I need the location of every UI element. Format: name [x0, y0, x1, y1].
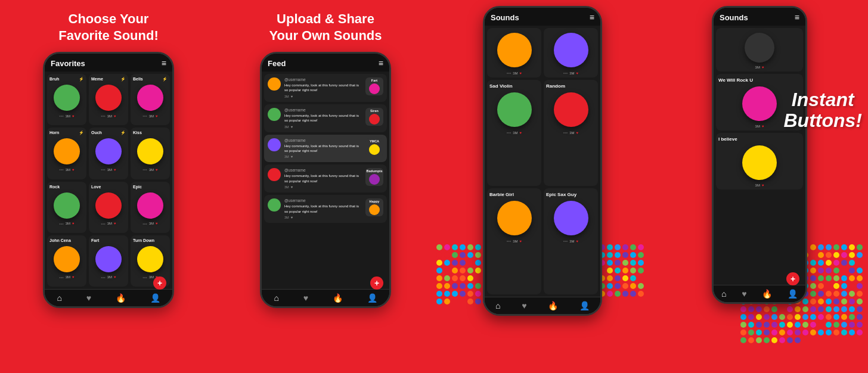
heart-top1[interactable]: ♥	[520, 72, 522, 75]
sound-btn-bells[interactable]	[137, 85, 163, 111]
heart-bruh[interactable]: ♥	[72, 114, 75, 118]
sound-btn-random[interactable]	[554, 92, 588, 127]
sound-btn-bruh[interactable]	[54, 85, 80, 111]
sound-btn-fart[interactable]	[95, 246, 122, 272]
feed-sound-btn-5[interactable]: Happy	[365, 198, 383, 216]
heart-love[interactable]: ♥	[114, 222, 116, 225]
sound-btn-epic[interactable]	[137, 192, 163, 219]
feed-sound-btn-4[interactable]: Badumpts	[365, 168, 383, 186]
sound-cell-random[interactable]: Random ••• 3M ♥	[544, 80, 598, 186]
filter-icon-4[interactable]: ≡	[795, 13, 799, 22]
sound-cell-horn[interactable]: Horn ⚡ ••• 3M ♥	[47, 128, 86, 179]
sound-cell-bells[interactable]: Bells ⚡ ••• 3M ♥	[131, 74, 170, 125]
heart-ouch[interactable]: ♥	[114, 168, 116, 172]
sound-cell-fart[interactable]: Fart ••• 3M ♥	[89, 235, 128, 287]
sound-cell-top2[interactable]: ••• 3M ♥	[544, 28, 598, 77]
feed-item-4: @username Hey community, look at this fu…	[264, 164, 387, 192]
nav-user-1[interactable]: 👤	[150, 293, 160, 303]
heart-bells[interactable]: ♥	[156, 114, 158, 118]
feed-sound-btn-3[interactable]: YMCA	[365, 138, 383, 156]
nav-fire-2[interactable]: 🔥	[333, 293, 343, 303]
heart-wewillrocku[interactable]: ♥	[762, 125, 764, 128]
feed-heart-1[interactable]: ♥	[291, 95, 293, 98]
sound-btn-wewillrocku[interactable]	[742, 86, 777, 121]
nav-fire-1[interactable]: 🔥	[116, 293, 126, 303]
heart-epic[interactable]: ♥	[156, 222, 158, 225]
sound-cell-ouch[interactable]: Ouch ⚡ ••• 3M ♥	[89, 128, 128, 179]
sound-btn-ouch[interactable]	[95, 138, 122, 164]
heart-rock[interactable]: ♥	[72, 222, 75, 225]
sound-cell-rock[interactable]: Rock ••• 3M ♥	[47, 182, 86, 233]
nav-user-3[interactable]: 👤	[579, 301, 590, 310]
sound-cell-top1[interactable]: ••• 3M ♥	[487, 28, 541, 77]
feed-sound-label-4: Badumpts	[367, 169, 383, 173]
heart-barbiegirl[interactable]: ♥	[520, 240, 522, 243]
count-johncena: 3M	[66, 275, 70, 279]
heart-sadviolin[interactable]: ♥	[520, 131, 522, 135]
heart-kiss[interactable]: ♥	[156, 168, 158, 172]
nav-heart-4[interactable]: ♥	[742, 289, 746, 299]
heart-fart[interactable]: ♥	[114, 275, 116, 279]
nav-fire-3[interactable]: 🔥	[548, 301, 558, 310]
filter-icon-1[interactable]: ≡	[162, 58, 166, 68]
sound-btn-rock[interactable]	[54, 192, 80, 219]
sound-btn-kiss[interactable]	[137, 138, 163, 164]
sound-btn-sadviolin[interactable]	[497, 92, 532, 127]
sound-cell-love[interactable]: Love ••• 3M ♥	[89, 182, 128, 233]
heart-horn[interactable]: ♥	[72, 168, 75, 172]
nav-heart-2[interactable]: ♥	[303, 293, 308, 303]
sound-btn-johncena[interactable]	[54, 246, 80, 272]
feed-heart-2[interactable]: ♥	[291, 125, 293, 129]
heart-random[interactable]: ♥	[576, 131, 579, 135]
filter-icon-3[interactable]: ≡	[590, 13, 594, 22]
nav-home-3[interactable]: ⌂	[495, 301, 500, 310]
sound-cell-barbiegirl[interactable]: Barbie Girl ••• 3M ♥	[487, 188, 541, 294]
nav-user-2[interactable]: 👤	[367, 293, 377, 303]
sound-btn-p4-top[interactable]	[745, 33, 774, 63]
sound-btn-epicsaxguy[interactable]	[554, 201, 588, 235]
sound-cell-meme[interactable]: Meme ⚡ ••• 3M ♥	[89, 74, 128, 125]
feed-heart-3[interactable]: ♥	[291, 155, 293, 158]
sound-cell-johncena[interactable]: John Cena ••• 3M ♥	[47, 235, 86, 287]
sound-btn-turndown[interactable]	[137, 246, 163, 272]
sound-cell-p4-top[interactable]: 3M ♥	[716, 28, 803, 72]
nav-home-2[interactable]: ⌂	[274, 293, 278, 303]
dots-love: •••	[101, 222, 105, 226]
feed-heart-5[interactable]: ♥	[291, 216, 293, 219]
heart-top2[interactable]: ♥	[576, 72, 579, 75]
nav-home-1[interactable]: ⌂	[57, 293, 61, 303]
sound-btn-meme[interactable]	[95, 85, 122, 111]
sound-cell-sadviolin[interactable]: Sad Violin ••• 3M ♥	[487, 80, 541, 186]
heart-meme[interactable]: ♥	[114, 114, 116, 118]
sound-btn-top2[interactable]	[554, 33, 588, 67]
sound-cell-kiss[interactable]: Kiss ••• 3M ♥	[131, 128, 170, 179]
sound-cell-epicsaxguy[interactable]: Epic Sax Guy ••• 3M ♥	[544, 188, 598, 294]
sound-cell-ibelieve[interactable]: I believe 3M ♥	[716, 133, 803, 189]
heart-johncena[interactable]: ♥	[72, 275, 75, 279]
nav-fire-4[interactable]: 🔥	[762, 289, 772, 299]
sound-btn-ibelieve[interactable]	[742, 145, 777, 180]
heart-p4-top[interactable]: ♥	[762, 66, 764, 69]
feed-heart-4[interactable]: ♥	[291, 185, 293, 189]
dots-johncena: •••	[59, 275, 63, 279]
filter-icon-2[interactable]: ≡	[379, 58, 383, 68]
fab-2[interactable]: +	[370, 276, 383, 290]
fab-1[interactable]: +	[153, 276, 166, 290]
sound-btn-love[interactable]	[95, 192, 122, 219]
feed-sound-btn-1[interactable]: Fart	[365, 77, 383, 95]
nav-user-4[interactable]: 👤	[788, 289, 798, 299]
feed-sound-btn-2[interactable]: Siren	[365, 108, 383, 126]
fab-4[interactable]: +	[786, 272, 799, 285]
heart-epicsaxguy[interactable]: ♥	[576, 240, 579, 243]
feed-count-1: 3M	[284, 95, 289, 98]
sound-btn-top1[interactable]	[497, 33, 532, 67]
sound-btn-barbiegirl[interactable]	[497, 201, 532, 235]
sound-btn-horn[interactable]	[54, 138, 80, 164]
sound-cell-epic[interactable]: Epic ••• 3M ♥	[131, 182, 170, 233]
sound-label-turndown: Turn Down	[133, 238, 154, 243]
nav-heart-3[interactable]: ♥	[522, 301, 526, 310]
heart-ibelieve[interactable]: ♥	[762, 184, 764, 187]
sound-cell-bruh[interactable]: Bruh ⚡ ••• 3M ♥	[47, 74, 86, 125]
nav-home-4[interactable]: ⌂	[721, 289, 726, 299]
nav-heart-1[interactable]: ♥	[86, 293, 91, 303]
